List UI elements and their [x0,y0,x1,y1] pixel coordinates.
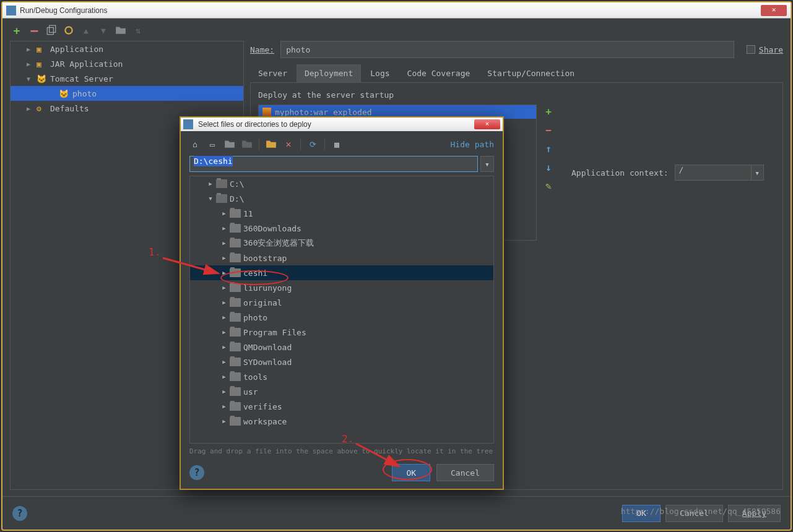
app-icon [183,119,193,129]
config-tree-item[interactable]: ▶▣JAR Application [11,56,243,71]
annotation-1-arrow [160,255,228,280]
file-tree-item[interactable]: ▶SYDownload [190,354,493,369]
tab-server[interactable]: Server [250,64,295,82]
copy-config-button[interactable] [46,25,57,36]
file-tree-item[interactable]: ▶360安全浏览器下载 [190,236,493,251]
svg-rect-1 [50,25,56,32]
file-tree-item[interactable]: ▶Program Files [190,325,493,340]
inner-toolbar: ⌂ ▭ ✕ ⟳ ▦ Hide path [189,139,494,150]
annotation-1-circle [220,270,288,285]
refresh-icon[interactable]: ⟳ [307,139,318,150]
edit-artifact-button[interactable]: ✎ [542,179,555,192]
app-context-input[interactable]: / ▾ [675,165,764,181]
add-artifact-button[interactable]: + [542,105,555,118]
file-tree-item[interactable]: ▶bootstrap [190,251,493,265]
inner-close-button[interactable]: ✕ [474,119,500,129]
file-tree-item[interactable]: ▶QMDownload [190,340,493,354]
move-down-button[interactable]: ↓ [542,160,555,174]
file-tree-item[interactable]: ▼D:\ [190,191,493,206]
history-button[interactable]: ▾ [480,156,494,172]
add-config-button[interactable]: + [11,25,22,36]
file-tree-item[interactable]: ▶11 [190,206,493,221]
svg-rect-0 [47,28,53,35]
config-tree-item[interactable]: ▶⚙Defaults [11,101,243,116]
remove-config-button[interactable]: − [28,25,40,36]
hide-path-link[interactable]: Hide path [451,140,494,149]
inner-cancel-button[interactable]: Cancel [436,464,494,481]
inner-window-title: Select files or directories to deploy [196,120,474,129]
main-toolbar: + − ▲ ▼ ⇅ [2,20,791,41]
help-button[interactable]: ? [12,506,27,521]
sort-button[interactable]: ⇅ [132,25,144,36]
config-tree-item[interactable]: 🐱photo [11,86,243,101]
settings-button[interactable] [63,25,74,36]
home-icon[interactable]: ⌂ [189,139,201,150]
watermark: https://blog.csdn.net/qq_45859586 [621,507,781,516]
tab-bar: ServerDeploymentLogsCode CoverageStartup… [250,64,783,83]
config-tree-item[interactable]: ▶▣Application [11,41,243,56]
new-folder-icon[interactable] [266,139,277,150]
titlebar[interactable]: Run/Debug Configurations ✕ [2,2,791,19]
desktop-icon[interactable]: ▭ [207,139,218,150]
tab-startup-connection[interactable]: Startup/Connection [479,64,583,82]
up-button[interactable]: ▲ [80,25,92,36]
path-input[interactable]: D:\ceshi [189,156,478,172]
tab-code-coverage[interactable]: Code Coverage [399,64,479,82]
tab-deployment[interactable]: Deployment [297,64,361,82]
file-tree-item[interactable]: ▶photo [190,310,493,325]
file-tree-item[interactable]: ▶workspace [190,414,493,429]
share-checkbox[interactable]: Share [747,45,783,54]
deploy-section-label: Deploy at the server startup [258,90,775,100]
tab-logs[interactable]: Logs [362,64,397,82]
close-button[interactable]: ✕ [761,5,787,16]
project-icon[interactable] [224,139,235,150]
drag-hint: Drag and drop a file into the space abov… [189,447,494,455]
file-tree-item[interactable]: ▶C:\ [190,176,493,191]
show-hidden-icon[interactable]: ▦ [331,139,342,150]
delete-icon[interactable]: ✕ [283,139,294,150]
file-tree-item[interactable]: ▶usr [190,384,493,399]
move-up-button[interactable]: ↑ [542,142,555,155]
annotation-2-label: 2. [342,433,353,445]
annotation-2-circle [383,459,432,480]
folder-button[interactable] [115,25,126,36]
inner-titlebar[interactable]: Select files or directories to deploy ✕ [181,118,503,131]
remove-artifact-button[interactable]: − [542,123,555,137]
window-title: Run/Debug Configurations [20,6,761,15]
app-context-label: Application context: [571,168,669,178]
config-tree-item[interactable]: ▼🐱Tomcat Server [11,71,243,86]
file-tree-item[interactable]: ▶tools [190,369,493,384]
file-tree-item[interactable]: ▶original [190,295,493,310]
annotation-1-label: 1. [149,246,160,258]
inner-help-button[interactable]: ? [189,465,204,480]
artifact-icon [262,108,271,116]
file-tree[interactable]: ▶C:\▼D:\▶11▶360Downloads▶360安全浏览器下载▶boot… [189,176,494,444]
chevron-down-icon[interactable]: ▾ [751,165,763,180]
name-input[interactable] [280,41,734,58]
down-button[interactable]: ▼ [98,25,109,36]
app-icon [6,6,16,15]
module-icon[interactable] [241,139,253,150]
file-tree-item[interactable]: ▶360Downloads [190,221,493,236]
name-label: Name: [250,45,274,54]
share-label: Share [759,45,783,54]
file-tree-item[interactable]: ▶verifies [190,399,493,414]
svg-point-2 [65,27,72,33]
